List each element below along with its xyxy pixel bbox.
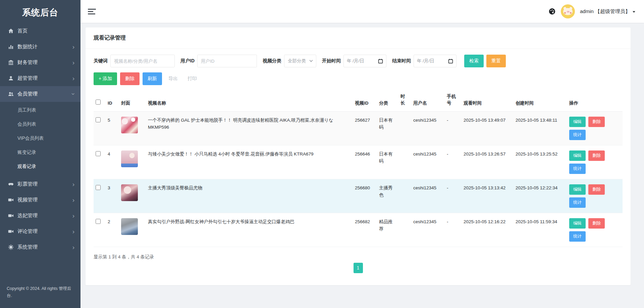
sidebar-item-label: 会员管理 xyxy=(17,91,72,97)
table-row: 4与矮小美少女做爱！！ 小只马精选 4小时 冬爱琴音,花音丽,伊藤春等演员 KT… xyxy=(94,145,623,179)
members-icon xyxy=(8,91,15,97)
search-button[interactable]: 检索 xyxy=(464,55,484,67)
sidebar-item-home[interactable]: 首页 xyxy=(0,23,80,39)
stats-button[interactable]: 统计 xyxy=(569,231,586,242)
print-button[interactable]: 打印 xyxy=(184,72,200,85)
row-checkbox[interactable] xyxy=(96,185,101,190)
sidebar-item-concubine[interactable]: 选妃管理› xyxy=(0,208,80,224)
sidebar-item-system[interactable]: 系统管理› xyxy=(0,239,80,255)
sidebar-subitem[interactable]: 员工列表 xyxy=(0,103,80,117)
sidebar-item-label: 超管管理 xyxy=(17,75,72,81)
video-title: 真实勾引户外野战-网红女神户外勾引七十岁大爷操逼主动足交口爆老鸡巴 xyxy=(148,219,294,224)
theme-palette-icon[interactable] xyxy=(548,8,556,15)
keyword-input[interactable] xyxy=(110,55,175,67)
row-id: 2 xyxy=(108,219,110,224)
sidebar-item-lottery[interactable]: 彩票管理› xyxy=(0,176,80,192)
table-body: 5一个不穿内裤的 GAL 护士本能地脱手！！ 明亮调皮连续射精医院 AIKA,咲… xyxy=(94,111,623,247)
row-checkbox[interactable] xyxy=(96,219,101,224)
delete-button[interactable]: 删除 xyxy=(120,72,140,85)
video-thumbnail[interactable] xyxy=(121,218,138,235)
sidebar-item-superadmin[interactable]: 超管管理› xyxy=(0,70,80,86)
stats-button[interactable]: 统计 xyxy=(569,164,586,174)
row-delete-button[interactable]: 删除 xyxy=(588,218,605,229)
export-button[interactable]: 导出 xyxy=(165,72,181,85)
watch-records-card: 观看记录管理 关键词 用户ID 视频分类 全部分类 开始时间 年 /月/日 xyxy=(86,27,631,285)
phone: - xyxy=(447,118,448,123)
row-checkbox[interactable] xyxy=(96,151,101,156)
table-header: ID封面视频名称视频ID分类时长用户名手机号观看时间创建时间操作 xyxy=(94,91,623,111)
select-all-checkbox[interactable] xyxy=(96,100,101,105)
home-icon xyxy=(8,28,15,34)
user-menu[interactable]: admin 【超级管理员】 xyxy=(580,8,635,15)
sidebar-item-stats[interactable]: 数据统计› xyxy=(0,39,80,55)
chevron-down-icon xyxy=(633,11,635,13)
topbar: admin 【超级管理员】 xyxy=(80,0,644,23)
edit-button[interactable]: 编辑 xyxy=(569,218,586,229)
sidebar-item-label: 财务管理 xyxy=(17,59,72,66)
row-checkbox[interactable] xyxy=(96,117,101,122)
column-header: 观看时间 xyxy=(462,91,514,111)
video-thumbnail[interactable] xyxy=(121,117,138,133)
sidebar-item-comments[interactable]: 评论管理› xyxy=(0,224,80,239)
video-thumbnail[interactable] xyxy=(121,150,138,167)
row-delete-button[interactable]: 删除 xyxy=(588,184,605,195)
sidebar-item-label: 彩票管理 xyxy=(17,181,72,187)
row-delete-button[interactable]: 删除 xyxy=(588,117,605,127)
row-actions: 编辑删除统计 xyxy=(569,218,608,242)
sidebar-item-members[interactable]: 会员管理› xyxy=(0,86,80,102)
table-row: 3主播大秀顶级美臀极品尤物256680主播秀色ceshi12345-2025-1… xyxy=(94,179,623,213)
sidebar-subitem[interactable]: 账变记录 xyxy=(0,145,80,160)
end-date-input[interactable]: 年 /月/日 xyxy=(414,55,457,67)
keyword-label: 关键词 xyxy=(94,58,108,64)
watch-time: 2025-10-05 13:13:42 xyxy=(464,185,505,190)
username: ceshi12345 xyxy=(413,118,436,123)
phone: - xyxy=(447,151,448,157)
sidebar-item-video[interactable]: 视频管理› xyxy=(0,192,80,208)
column-header: 时长 xyxy=(398,91,411,111)
sidebar-item-finance[interactable]: 财务管理› xyxy=(0,55,80,70)
refresh-button[interactable]: 刷新 xyxy=(143,72,162,85)
stats-button[interactable]: 统计 xyxy=(569,197,586,208)
sidebar-item-label: 评论管理 xyxy=(17,228,72,235)
video-id: 256682 xyxy=(355,219,370,224)
reset-button[interactable]: 重置 xyxy=(486,55,506,67)
app-window: 系统后台 首页数据统计›财务管理›超管管理›会员管理›员工列表会员列表VIP会员… xyxy=(0,0,644,308)
edit-button[interactable]: 编辑 xyxy=(569,150,586,161)
menu-toggle-icon[interactable] xyxy=(88,7,96,16)
watch-time: 2025-10-05 12:16:22 xyxy=(464,219,505,224)
row-id: 3 xyxy=(108,185,110,190)
sidebar-item-label: 选妃管理 xyxy=(17,212,72,219)
video-category: 精品推荐 xyxy=(379,219,393,232)
page-1-button[interactable]: 1 xyxy=(354,263,363,273)
video-thumbnail[interactable] xyxy=(121,184,138,201)
start-date-input[interactable]: 年 /月/日 xyxy=(343,55,386,67)
edit-button[interactable]: 编辑 xyxy=(569,117,586,127)
row-id: 4 xyxy=(108,151,110,157)
avatar[interactable] xyxy=(561,4,575,18)
column-header: 视频ID xyxy=(353,91,377,111)
table-footer: 显示第 1 到 4 条，共 4 条记录 1 xyxy=(86,247,631,273)
edit-button[interactable]: 编辑 xyxy=(569,184,586,195)
sidebar-subitem[interactable]: VIP会员列表 xyxy=(0,131,80,145)
chevron-right-icon: › xyxy=(72,44,74,50)
stats-button[interactable]: 统计 xyxy=(569,130,586,140)
chevron-right-icon: › xyxy=(72,197,74,203)
create-time: 2025-10-05 13:48:11 xyxy=(516,118,557,123)
sidebar: 系统后台 首页数据统计›财务管理›超管管理›会员管理›员工列表会员列表VIP会员… xyxy=(0,0,80,308)
column-header: 用户名 xyxy=(411,91,445,111)
add-button[interactable]: + 添加 xyxy=(94,72,117,85)
end-time-label: 结束时间 xyxy=(392,58,411,64)
userid-input[interactable] xyxy=(197,55,257,67)
topbar-right: admin 【超级管理员】 xyxy=(548,4,635,18)
filter-bar: 关键词 用户ID 视频分类 全部分类 开始时间 年 /月/日 结束时间 xyxy=(86,49,631,67)
video-id: 256646 xyxy=(355,151,370,157)
video-title: 主播大秀顶级美臀极品尤物 xyxy=(148,185,202,190)
video-id: 256680 xyxy=(355,185,370,190)
sidebar-subitem[interactable]: 观看记录 xyxy=(0,160,80,174)
lottery-icon xyxy=(8,181,15,187)
calendar-icon[interactable] xyxy=(448,59,453,64)
sidebar-subitem[interactable]: 会员列表 xyxy=(0,117,80,131)
category-select[interactable]: 全部分类 xyxy=(284,55,316,67)
calendar-icon[interactable] xyxy=(378,59,383,64)
row-delete-button[interactable]: 删除 xyxy=(588,150,605,161)
